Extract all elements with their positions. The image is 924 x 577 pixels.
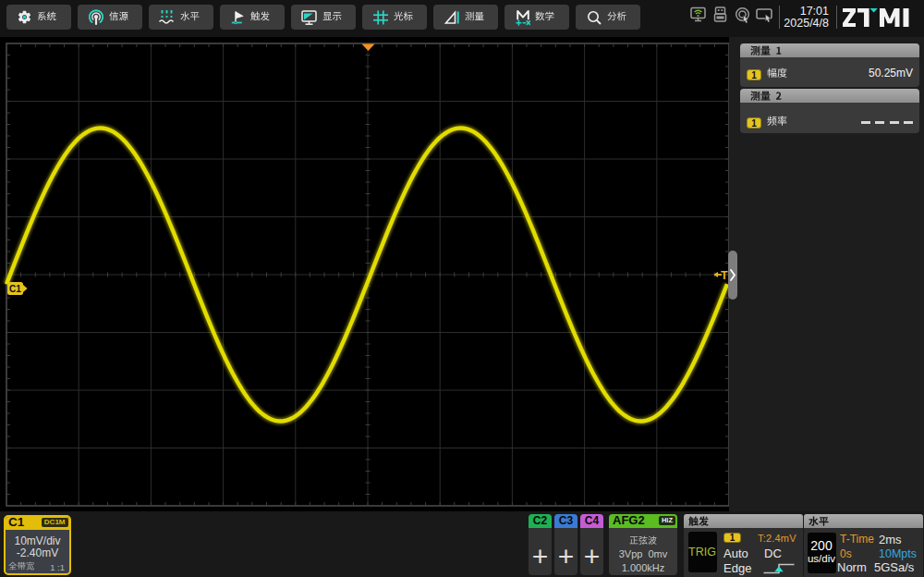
svg-text:T: T xyxy=(721,269,728,282)
svg-text:C1: C1 xyxy=(9,284,21,294)
